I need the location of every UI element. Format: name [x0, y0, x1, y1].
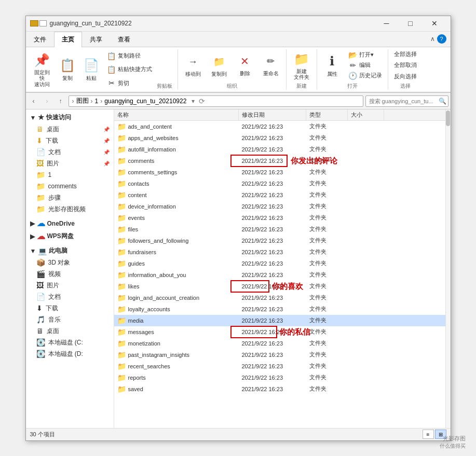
file-row-device-information[interactable]: 📁 device_information 2021/9/22 16:23 文件夹 — [114, 201, 445, 212]
file-row-likes[interactable]: 📁 likes 2021/9/22 16:23 文件夹 你的喜欢 — [114, 281, 445, 292]
paste-shortcut-button[interactable]: 📋 粘贴快捷方式 — [105, 64, 155, 75]
file-row-apps-and-websites[interactable]: 📁 apps_and_websites 2021/9/22 16:23 文件夹 — [114, 132, 445, 144]
sidebar-item-comments[interactable]: 📁 comments — [26, 181, 114, 192]
new-folder-button[interactable]: 📁 新建文件夹 — [290, 49, 314, 82]
file-row-saved[interactable]: 📁 saved 2021/9/22 16:23 文件夹 — [114, 383, 445, 395]
col-header-size[interactable]: 大小 — [348, 109, 384, 120]
sidebar-section-onedrive[interactable]: ▶ ☁ OneDrive — [26, 217, 114, 230]
history-button[interactable]: 🕐 历史记录 — [346, 71, 385, 81]
folder-icon: 📁 — [117, 259, 126, 268]
pin-to-quick-access-button[interactable]: 📌 固定到快速访问 — [29, 50, 56, 89]
file-row-files[interactable]: 📁 files 2021/9/22 16:23 文件夹 — [114, 224, 445, 235]
select-none-button[interactable]: 全部取消 — [391, 60, 419, 70]
file-row-past-insights[interactable]: 📁 past_instagram_insights 2021/9/22 16:2… — [114, 349, 445, 361]
file-row-contacts[interactable]: 📁 contacts 2021/9/22 16:23 文件夹 — [114, 178, 445, 189]
folder-icon: 📁 — [117, 282, 126, 291]
search-input[interactable] — [365, 95, 448, 107]
invert-selection-button[interactable]: 反向选择 — [391, 72, 419, 81]
copy-button[interactable]: 📋 复制 — [56, 54, 79, 85]
folder-icon-pictures: 🖼 — [36, 159, 44, 168]
sidebar-item-desktop2[interactable]: 🖥 桌面 — [26, 325, 114, 337]
sidebar-item-video[interactable]: 📁 光影存图视频 — [26, 203, 114, 215]
minimize-button[interactable]: ─ — [375, 16, 399, 31]
path-part-1[interactable]: 1 — [95, 98, 99, 105]
delete-button[interactable]: ✕ 删除 — [233, 51, 257, 79]
file-row-comments[interactable]: 📁 comments 2021/9/22 16:23 文件夹 你发出的评论 — [114, 155, 445, 167]
scrollbar-thumb[interactable] — [446, 110, 450, 126]
file-row-guides[interactable]: 📁 guides 2021/9/22 16:23 文件夹 — [114, 258, 445, 269]
col-header-date[interactable]: 修改日期 — [239, 109, 306, 120]
back-button[interactable]: ‹ — [28, 95, 39, 107]
file-row-monetization[interactable]: 📁 monetization 2021/9/22 16:23 文件夹 — [114, 338, 445, 349]
sidebar-label-videos: 视频 — [48, 270, 61, 279]
properties-button[interactable]: ℹ 属性 — [320, 50, 344, 81]
copy-path-button[interactable]: 📋 复制路径 — [105, 51, 155, 61]
tab-home[interactable]: 主页 — [54, 32, 82, 47]
up-button[interactable]: ↑ — [55, 95, 66, 107]
file-name-device-information: 📁 device_information — [114, 201, 239, 212]
file-row-information-about-you[interactable]: 📁 information_about_you 2021/9/22 16:23 … — [114, 269, 445, 281]
sidebar-item-drive-d[interactable]: 💽 本地磁盘 (D: — [26, 348, 114, 360]
file-name-followers: 📁 followers_and_following — [114, 235, 239, 246]
tab-file[interactable]: 文件 — [26, 32, 54, 47]
paste-button[interactable]: 📄 粘贴 — [80, 54, 103, 85]
file-row-reports[interactable]: 📁 reports 2021/9/22 16:23 文件夹 — [114, 372, 445, 383]
file-row-fundraisers[interactable]: 📁 fundraisers 2021/9/22 16:23 文件夹 — [114, 246, 445, 258]
move-to-button[interactable]: → 移动到 — [181, 52, 205, 78]
file-row-events[interactable]: 📁 events 2021/9/22 16:23 文件夹 — [114, 212, 445, 224]
sidebar-section-wps[interactable]: ▶ ☁ WPS网盘 — [26, 230, 114, 243]
col-header-type[interactable]: 类型 — [306, 109, 348, 120]
sidebar-section-thispc[interactable]: ▼ 💻 此电脑 — [26, 245, 114, 257]
cut-button[interactable]: ✂ 剪切 — [105, 78, 155, 88]
path-part-folder[interactable]: guangying_cun_tu_20210922 — [104, 98, 186, 105]
quick-access-label: ★ 快速访问 — [38, 113, 71, 122]
file-row-loyalty[interactable]: 📁 loyalty_accounts 2021/9/22 16:23 文件夹 — [114, 303, 445, 315]
close-button[interactable]: ✕ — [423, 16, 446, 31]
tab-share[interactable]: 共享 — [82, 32, 110, 47]
sidebar-item-downloads2[interactable]: ⬇ 下载 — [26, 302, 114, 314]
address-path[interactable]: › 图图 › 1 › guangying_cun_tu_20210922 ▾ ⟳ — [69, 95, 363, 107]
file-row-content[interactable]: 📁 content 2021/9/22 16:23 文件夹 — [114, 189, 445, 201]
path-refresh-icon[interactable]: ⟳ — [199, 97, 205, 105]
open-button[interactable]: 📂 打开▾ — [346, 50, 385, 60]
path-part-root[interactable]: 图图 — [76, 96, 89, 105]
file-row-followers[interactable]: 📁 followers_and_following 2021/9/22 16:2… — [114, 235, 445, 246]
sidebar-label-pictures2: 图片 — [47, 281, 59, 290]
sidebar-item-music[interactable]: 🎵 音乐 — [26, 314, 114, 325]
path-dropdown-icon[interactable]: ▾ — [192, 98, 195, 105]
grid-view-button[interactable]: ⊞ — [435, 430, 446, 439]
sidebar-item-steps[interactable]: 📁 步骤 — [26, 192, 114, 203]
ribbon-collapse-icon[interactable]: ∧ — [430, 35, 435, 43]
sidebar-item-pictures[interactable]: 🖼 图片 📌 — [26, 158, 114, 169]
edit-button[interactable]: ✏ 编辑 — [346, 60, 385, 71]
maximize-button[interactable]: □ — [399, 16, 423, 31]
sidebar-item-documents[interactable]: 📄 文档 📌 — [26, 146, 114, 158]
sidebar-item-pictures2[interactable]: 🖼 图片 — [26, 280, 114, 291]
sidebar-item-desktop[interactable]: 🖥 桌面 📌 — [26, 123, 114, 135]
sidebar-item-downloads[interactable]: ⬇ 下载 📌 — [26, 135, 114, 146]
tab-view[interactable]: 查看 — [110, 32, 138, 47]
file-row-messages[interactable]: 📁 messages 2021/9/22 16:23 文件夹 你的私信 — [114, 326, 445, 338]
select-all-button[interactable]: 全部选择 — [391, 49, 419, 59]
file-row-login[interactable]: 📁 login_and_account_creation 2021/9/22 1… — [114, 292, 445, 303]
rename-button[interactable]: ✏ 重命名 — [259, 51, 283, 79]
list-view-button[interactable]: ≡ — [423, 430, 434, 439]
title-bar-controls: ─ □ ✕ — [375, 16, 446, 31]
forward-button[interactable]: › — [42, 95, 53, 107]
sidebar-item-1[interactable]: 📁 1 — [26, 169, 114, 181]
file-row-comments-settings[interactable]: 📁 comments_settings 2021/9/22 16:23 文件夹 — [114, 167, 445, 178]
sidebar-section-quick-access[interactable]: ▼ ★ 快速访问 — [26, 112, 114, 123]
file-row-autofill[interactable]: 📁 autofill_information 2021/9/22 16:23 文… — [114, 144, 445, 155]
sidebar-item-3d[interactable]: 📦 3D 对象 — [26, 257, 114, 268]
folder-icon: 📁 — [117, 362, 126, 370]
sidebar-item-docs2[interactable]: 📄 文档 — [26, 291, 114, 302]
file-row-ads-and-content[interactable]: 📁 ads_and_content 2021/9/22 16:23 文件夹 — [114, 121, 445, 132]
file-row-media[interactable]: 📁 media 2021/9/22 16:23 文件夹 — [114, 315, 445, 326]
col-header-name[interactable]: 名称 — [114, 109, 239, 120]
sidebar-label-downloads: 下载 — [46, 136, 58, 145]
copy-to-button[interactable]: 📁 复制到 — [207, 52, 231, 78]
ribbon-help-icon[interactable]: ? — [437, 34, 446, 44]
file-row-recent-searches[interactable]: 📁 recent_searches 2021/9/22 16:23 文件夹 — [114, 361, 445, 372]
sidebar-item-drive-c[interactable]: 💽 本地磁盘 (C: — [26, 337, 114, 348]
sidebar-item-videos[interactable]: 🎬 视频 — [26, 268, 114, 280]
